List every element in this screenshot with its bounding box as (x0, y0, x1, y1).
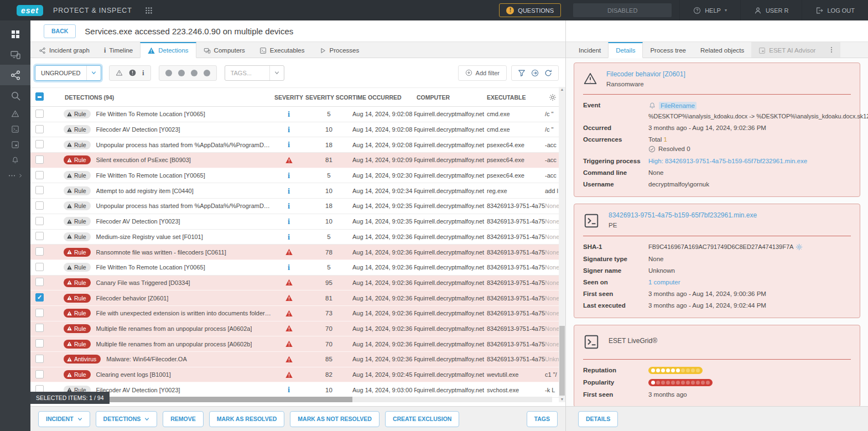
column-severity-score[interactable]: SEVERITY SCORE (305, 94, 352, 101)
column-executable[interactable]: EXECUTABLE (487, 94, 545, 101)
severity-info-icon[interactable]: i (288, 263, 290, 272)
column-computer[interactable]: COMPUTER (417, 94, 487, 101)
detection-name[interactable]: Multiple file renames from an unpopular … (96, 341, 252, 347)
severity-info-icon[interactable]: i (288, 110, 290, 118)
detections-button[interactable]: DETECTIONS (96, 411, 158, 427)
row-checkbox[interactable] (35, 217, 44, 225)
table-row[interactable]: RuleFile Written To Remote Location [Y00… (30, 107, 565, 122)
create-exclusion-button[interactable]: CREATE EXCLUSION (385, 411, 460, 427)
severity-info-icon[interactable]: i (288, 233, 290, 241)
row-checkbox[interactable] (35, 155, 44, 164)
detection-name[interactable]: Ransomnote file was written - filecoders… (96, 249, 226, 256)
severity-level-circle-icon[interactable] (178, 70, 185, 76)
tab-detections[interactable]: Detections (140, 42, 196, 58)
table-row[interactable]: RuleMultiple file renames from an unpopu… (30, 321, 565, 337)
remove-button[interactable]: REMOVE (163, 411, 204, 427)
sidebar-item-detections[interactable] (0, 106, 30, 121)
row-checkbox[interactable] (35, 339, 44, 347)
event-type-link[interactable]: FileRename (659, 102, 697, 110)
row-checkbox[interactable] (35, 263, 44, 271)
detection-name[interactable]: File Written To Remote Location [Y0065] (96, 264, 205, 271)
table-row[interactable]: RuleRansomnote file was written - fileco… (30, 245, 565, 260)
detection-name[interactable]: File Written To Remote Location [Y0065] (96, 172, 205, 179)
funnel-icon[interactable] (518, 69, 526, 77)
table-row[interactable]: RuleFilecoder AV Detection [Y0023]i10Aug… (30, 122, 565, 138)
table-row[interactable]: RuleFilecoder AV Detection [Y0023]i10Aug… (30, 214, 565, 230)
severity-level-circle-icon[interactable] (191, 70, 197, 76)
grouping-select[interactable]: UNGROUPED (35, 65, 101, 81)
mark-as-not-resolved-button[interactable]: MARK AS NOT RESOLVED (290, 411, 380, 427)
sidebar-item-more[interactable] (0, 168, 30, 183)
add-filter-button[interactable]: Add filter (458, 65, 507, 81)
table-row[interactable]: RuleClearing event logs [B1001]82Aug 14,… (30, 367, 565, 383)
hash-settings-icon[interactable] (796, 243, 803, 251)
info-filter-icon[interactable]: i (142, 69, 144, 76)
detection-name[interactable]: Attempt to add registry item [C0440] (96, 188, 194, 194)
apps-grid-icon[interactable] (144, 6, 153, 15)
severity-info-icon[interactable]: i (288, 141, 290, 149)
row-checkbox[interactable] (35, 186, 44, 194)
sidebar-item-installers[interactable] (0, 137, 30, 152)
table-row[interactable]: RuleUnpopular process has started from %… (30, 199, 565, 214)
severity-info-icon[interactable]: i (288, 217, 290, 226)
row-checkbox[interactable] (35, 309, 44, 317)
table-row[interactable]: RuleMultiple file renames from an unpopu… (30, 336, 565, 352)
tags-button[interactable]: TAGS (527, 411, 558, 427)
severity-info-icon[interactable]: i (288, 386, 290, 394)
detection-title-link[interactable]: Filecoder behavior [Z0601] (606, 70, 685, 78)
table-row[interactable]: RuleFilecoder behavior [Z0601]81Aug 14, … (30, 290, 565, 306)
detection-name[interactable]: Filecoder AV Detection [Y0023] (96, 126, 180, 133)
sidebar-item-executables[interactable] (0, 121, 30, 137)
sidebar-item-computers[interactable] (0, 44, 30, 65)
panel-tab-related-objects[interactable]: Related objects (693, 42, 751, 58)
column-time-occurred[interactable]: TIME OCCURRED (352, 94, 417, 101)
row-checkbox[interactable] (35, 140, 44, 148)
exclamation-filter-icon[interactable] (129, 69, 136, 76)
seen-on-link[interactable]: 1 computer (648, 279, 680, 285)
row-checkbox[interactable] (35, 324, 44, 332)
disabled-button[interactable]: DISABLED (573, 3, 672, 17)
detection-name[interactable]: Medium-size Registry value set [F0101] (96, 233, 203, 240)
panel-tab-incident[interactable]: Incident (571, 42, 608, 58)
table-row[interactable]: RuleUnpopular process has started from %… (30, 137, 565, 153)
detection-name[interactable]: Filecoder behavior [Z0601] (96, 295, 169, 302)
panel-tab-process-tree[interactable]: Process tree (643, 42, 693, 58)
back-button[interactable]: BACK (44, 24, 76, 38)
row-checkbox[interactable] (35, 232, 44, 240)
row-checkbox[interactable] (35, 247, 44, 256)
detection-name[interactable]: File Written To Remote Location [Y0065] (96, 111, 205, 117)
panel-tab-details[interactable]: Details (608, 42, 643, 58)
severity-info-icon[interactable]: i (288, 126, 290, 134)
detection-name[interactable]: Malware: Win64/Filecoder.OA (106, 356, 187, 362)
table-row[interactable]: RuleMedium-size Registry value set [F010… (30, 230, 565, 245)
help-menu[interactable]: HELP ▾ (679, 0, 740, 20)
tab-computers[interactable]: Computers (196, 42, 252, 58)
panel-tabs-more-menu[interactable] (823, 42, 840, 58)
row-checkbox[interactable] (35, 370, 44, 378)
column-settings-gear-icon[interactable] (549, 94, 557, 101)
tab-processes[interactable]: Processes (312, 42, 367, 58)
severity-info-icon[interactable]: i (288, 202, 290, 210)
apply-filter-icon[interactable] (531, 69, 539, 77)
severity-info-icon[interactable]: i (288, 187, 290, 195)
table-row[interactable]: RuleFile Written To Remote Location [Y00… (30, 168, 565, 184)
detection-name[interactable]: File with unexpected extension is writte… (96, 310, 272, 316)
row-checkbox[interactable] (35, 125, 44, 133)
detection-name[interactable]: Filecoder AV Detection [Y0023] (96, 218, 180, 225)
triggering-process-link[interactable]: High: 83426913-9751-4a75-b159-65f7bf2329… (648, 158, 807, 164)
incident-button[interactable]: INCIDENT (38, 411, 90, 427)
detection-name[interactable]: Clearing event logs [B1001] (96, 371, 171, 378)
details-button[interactable]: DETAILS (578, 411, 618, 427)
table-row[interactable]: RuleSilent execution of PsExec [B0903]81… (30, 153, 565, 168)
detection-name[interactable]: Canary File was Triggered [D0334] (96, 279, 190, 286)
refresh-icon[interactable] (544, 69, 552, 77)
row-checkbox[interactable] (35, 110, 44, 118)
table-row[interactable]: RuleCanary File was Triggered [D0334]95A… (30, 276, 565, 291)
tab-executables[interactable]: Executables (252, 42, 312, 58)
tab-timeline[interactable]: iTimeline (97, 42, 140, 58)
questions-button[interactable]: ! QUESTIONS (499, 3, 561, 17)
scroll-up-arrow[interactable]: ▲ (559, 87, 565, 92)
logout-button[interactable]: LOG OUT (802, 0, 868, 20)
severity-info-icon[interactable]: i (288, 172, 290, 180)
executable-title-link[interactable]: 83426913-9751-4a75-b159-65f7bf232961.min… (609, 211, 757, 219)
